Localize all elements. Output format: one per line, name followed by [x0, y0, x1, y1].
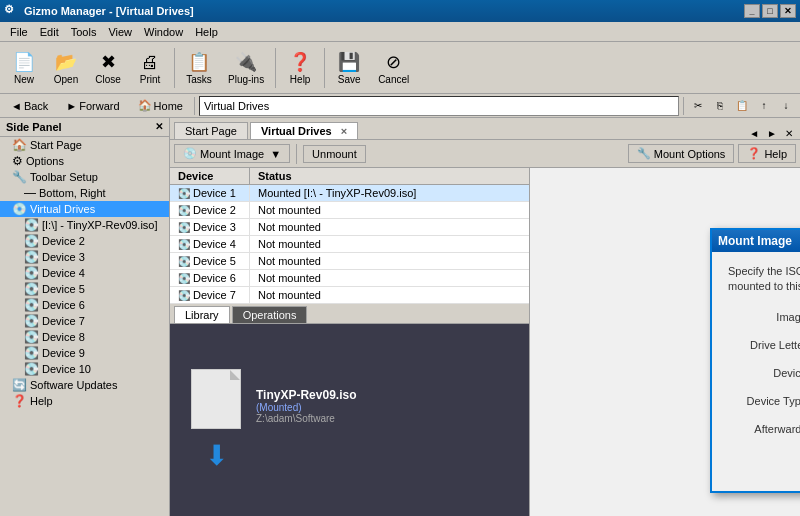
device-row-4[interactable]: 💽 Device 4 Not mounted — [170, 236, 529, 253]
device-row-6[interactable]: 💽 Device 6 Not mounted — [170, 270, 529, 287]
side-panel-close[interactable]: ✕ — [155, 121, 163, 133]
address-bar[interactable] — [199, 96, 679, 116]
dialog-body: Specify the ISO, VHD, IMG, BIN, CUE, CCD… — [712, 252, 800, 491]
forward-button[interactable]: ► Forward — [59, 97, 126, 115]
sidebar-item-start-page[interactable]: 🏠 Start Page — [0, 137, 169, 153]
menu-window[interactable]: Window — [138, 24, 189, 40]
sidebar-item-device-7[interactable]: 💽 Device 7 — [0, 313, 169, 329]
home-icon: 🏠 — [138, 99, 152, 112]
tab-close-x-button[interactable]: ✕ — [782, 128, 796, 139]
nav-separator — [194, 97, 195, 115]
paste-button[interactable]: 📋 — [732, 96, 752, 116]
menu-edit[interactable]: Edit — [34, 24, 65, 40]
restore-button[interactable]: □ — [762, 4, 778, 18]
plugins-label: Plug-ins — [228, 74, 264, 85]
sidebar-item-software-updates[interactable]: 🔄 Software Updates — [0, 377, 169, 393]
sidebar-item-device-5[interactable]: 💽 Device 5 — [0, 281, 169, 297]
device-10-label: Device 10 — [42, 363, 91, 375]
device-2-icon: 💽 — [24, 234, 39, 248]
menu-view[interactable]: View — [102, 24, 138, 40]
mount-dropdown-arrow-icon[interactable]: ▼ — [270, 148, 281, 160]
back-button[interactable]: ◄ Back — [4, 97, 55, 115]
sidebar-item-virtual-drives[interactable]: 💿 Virtual Drives — [0, 201, 169, 217]
header-device: Device — [170, 168, 250, 184]
download-arrow-icon: ⬇ — [205, 439, 228, 472]
menu-tools[interactable]: Tools — [65, 24, 103, 40]
save-button[interactable]: 💾 Save — [329, 47, 369, 88]
device-row-1[interactable]: 💽 Device 1 Mounted [I:\ - TinyXP-Rev09.i… — [170, 185, 529, 202]
sidebar-item-device-4[interactable]: 💽 Device 4 — [0, 265, 169, 281]
down-button[interactable]: ↓ — [776, 96, 796, 116]
sidebar-item-device-6[interactable]: 💽 Device 6 — [0, 297, 169, 313]
device-3-icon: 💽 — [24, 250, 39, 264]
bottom-right-label: Bottom, Right — [39, 187, 106, 199]
device-2-name: Device 2 — [193, 204, 236, 216]
mount-image-icon: 💿 — [183, 147, 197, 160]
minimize-button[interactable]: _ — [744, 4, 760, 18]
image-label: Image: — [728, 311, 800, 323]
menu-help[interactable]: Help — [189, 24, 224, 40]
copy-button[interactable]: ⎘ — [710, 96, 730, 116]
print-icon: 🖨 — [138, 50, 162, 74]
cancel-button[interactable]: ⊘ Cancel — [371, 47, 416, 88]
up-button[interactable]: ↑ — [754, 96, 774, 116]
vd-right-actions: 🔧 Mount Options ❓ Help — [628, 144, 796, 163]
start-page-label: Start Page — [30, 139, 82, 151]
window-controls[interactable]: _ □ ✕ — [744, 4, 796, 18]
sidebar-item-toolbar-setup[interactable]: 🔧 Toolbar Setup — [0, 169, 169, 185]
plugins-button[interactable]: 🔌 Plug-ins — [221, 47, 271, 88]
home-label: Home — [154, 100, 183, 112]
sidebar-item-device-9[interactable]: 💽 Device 9 — [0, 345, 169, 361]
device-row-3[interactable]: 💽 Device 3 Not mounted — [170, 219, 529, 236]
iso-list-item[interactable]: ⬇ TinyXP-Rev09.iso (Mounted) Z:\adam\Sof… — [180, 384, 519, 456]
sidebar-item-device-8[interactable]: 💽 Device 8 — [0, 329, 169, 345]
mount-image-button[interactable]: 💿 Mount Image ▼ — [174, 144, 290, 163]
tab-close-button[interactable]: × — [341, 125, 347, 137]
sidebar-item-device-1-iso[interactable]: 💽 [I:\] - TinyXP-Rev09.iso] — [0, 217, 169, 233]
device-row-5[interactable]: 💽 Device 5 Not mounted — [170, 253, 529, 270]
help-vd-button[interactable]: ❓ Help — [738, 144, 796, 163]
close-button[interactable]: ✖ Close — [88, 47, 128, 88]
device-row-7[interactable]: 💽 Device 7 Not mounted — [170, 287, 529, 304]
print-button[interactable]: 🖨 Print — [130, 47, 170, 88]
tab-library[interactable]: Library — [174, 306, 230, 323]
help-button[interactable]: ❓ Help — [280, 47, 320, 88]
help-icon: ❓ — [288, 50, 312, 74]
new-button[interactable]: 📄 New — [4, 47, 44, 88]
tab-start-page[interactable]: Start Page — [174, 122, 248, 139]
plugins-icon: 🔌 — [234, 50, 258, 74]
header-status: Status — [250, 168, 529, 184]
sidebar-item-device-3[interactable]: 💽 Device 3 — [0, 249, 169, 265]
sidebar-item-device-2[interactable]: 💽 Device 2 — [0, 233, 169, 249]
sidebar-item-options[interactable]: ⚙ Options — [0, 153, 169, 169]
side-panel: Side Panel ✕ 🏠 Start Page ⚙ Options 🔧 To… — [0, 118, 170, 516]
main-content: Side Panel ✕ 🏠 Start Page ⚙ Options 🔧 To… — [0, 118, 800, 516]
tasks-label: Tasks — [186, 74, 212, 85]
tab-prev-button[interactable]: ◄ — [746, 128, 762, 139]
toolbar-setup-icon: 🔧 — [12, 170, 27, 184]
library-content: ⬇ TinyXP-Rev09.iso (Mounted) Z:\adam\Sof… — [170, 324, 529, 516]
device-row-2[interactable]: 💽 Device 2 Not mounted — [170, 202, 529, 219]
open-button[interactable]: 📂 Open — [46, 47, 86, 88]
device-7-status: Not mounted — [250, 287, 529, 303]
close-button[interactable]: ✕ — [780, 4, 796, 18]
tab-next-button[interactable]: ► — [764, 128, 780, 139]
iso-filename: TinyXP-Rev09.iso — [256, 388, 357, 402]
device-5-status: Not mounted — [250, 253, 529, 269]
sidebar-item-device-10[interactable]: 💽 Device 10 — [0, 361, 169, 377]
close-icon: ✖ — [96, 50, 120, 74]
library-ops-tabs: Library Operations — [170, 304, 529, 324]
tasks-button[interactable]: 📋 Tasks — [179, 47, 219, 88]
dialog-description: Specify the ISO, VHD, IMG, BIN, CUE, CCD… — [728, 264, 800, 295]
mount-options-button[interactable]: 🔧 Mount Options — [628, 144, 735, 163]
tab-operations[interactable]: Operations — [232, 306, 308, 323]
tab-virtual-drives[interactable]: Virtual Drives × — [250, 122, 358, 139]
unmount-button[interactable]: Unmount — [303, 145, 366, 163]
cut-button[interactable]: ✂ — [688, 96, 708, 116]
device-row-form: Device: — [728, 363, 800, 383]
sidebar-item-bottom-right[interactable]: — Bottom, Right — [0, 185, 169, 201]
menu-file[interactable]: File — [4, 24, 34, 40]
sidebar-item-help[interactable]: ❓ Help — [0, 393, 169, 409]
home-button[interactable]: 🏠 Home — [131, 96, 190, 115]
device-3-name: Device 3 — [193, 221, 236, 233]
